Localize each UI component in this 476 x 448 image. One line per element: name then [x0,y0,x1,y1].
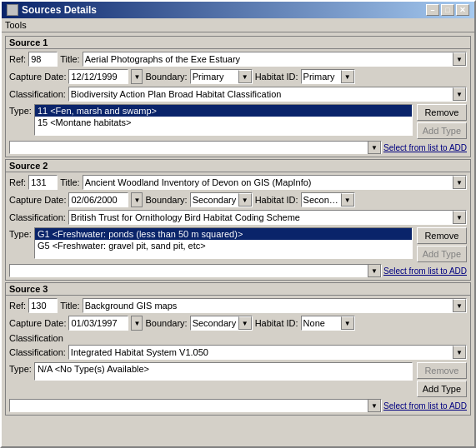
source-1-habitatid-label: Habitat ID: [255,72,298,82]
source-3-habitatid-arrow[interactable]: ▼ [341,316,354,330]
source-1-header: Source 1 [6,37,470,49]
source-1-title-dropdown[interactable]: Aerial Photographs of the Exe Estuary ▼ [83,52,467,67]
source-3-list-dropdown[interactable]: ▼ [9,399,382,412]
source-2-bottom-row: ▼ Select from list to ADD [9,264,467,277]
source-3-boundary-dropdown[interactable]: Secondary ▼ [190,316,253,331]
source-1-classification-dropdown[interactable]: Biodiversity Action Plan Broad Habitat C… [68,87,467,102]
source-1-panel: Source 1 Ref: Title: Aerial Photographs … [5,36,471,157]
source-3-boundary-arrow[interactable]: ▼ [238,316,252,330]
source-1-type-listbox[interactable]: 11 <Fen, marsh and swamp> 15 <Montane ha… [34,104,413,136]
source-2-ref-title-row: Ref: Title: Ancient Woodland Inventory o… [9,175,467,190]
source-1-date-input[interactable] [68,69,128,84]
source-2-boundary-label: Boundary: [145,195,187,205]
source-2-remove-button[interactable]: Remove [417,227,467,244]
source-1-title-arrow[interactable]: ▼ [453,52,466,66]
source-1-body: Ref: Title: Aerial Photographs of the Ex… [6,49,470,157]
source-2-classification-dropdown[interactable]: British Trust for Ornithology Bird Habit… [68,210,467,225]
minimize-button[interactable]: – [426,4,439,16]
source-1-bottom-row: ▼ Select from list to ADD [9,141,467,154]
source-2-select-link[interactable]: Select from list to ADD [383,266,467,276]
source-2-classification-label: Classification: [9,212,66,222]
source-3-title-value: Background GIS maps [83,301,453,311]
source-2-boundary-dropdown[interactable]: Secondary ▼ [190,192,253,207]
source-1-select-link[interactable]: Select from list to ADD [383,143,467,152]
source-3-title-arrow[interactable]: ▼ [453,299,466,312]
source-3-add-type-button[interactable]: Add Type [417,381,467,397]
window-icon [7,4,18,16]
source-1-ref-input[interactable] [28,52,58,67]
source-3-ref-input[interactable] [28,298,58,313]
source-2-list-arrow[interactable]: ▼ [368,264,381,277]
source-1-type-item-1[interactable]: 15 <Montane habitats> [35,117,412,128]
source-1-list-dropdown[interactable]: ▼ [9,141,382,154]
source-3-ref-title-row: Ref: Title: Background GIS maps ▼ [9,298,467,313]
main-content: Source 1 Ref: Title: Aerial Photographs … [2,32,474,446]
source-3-classification-dropdown[interactable]: Integrated Habitat System V1.050 ▼ [68,345,467,360]
source-3-title-dropdown[interactable]: Background GIS maps ▼ [83,298,467,313]
source-1-title-label: Title: [60,54,79,64]
source-2-habitatid-label: Habitat ID: [255,195,298,205]
source-2-boundary-arrow[interactable]: ▼ [238,193,252,207]
source-1-type-item-0[interactable]: 11 <Fen, marsh and swamp> [35,105,412,117]
source-1-date-arrow[interactable]: ▼ [131,69,143,84]
source-1-habitatid-arrow[interactable]: ▼ [341,70,354,83]
source-2-type-item-1[interactable]: G5 <Freshwater: gravel pit, sand pit, et… [35,240,412,251]
source-3-type-listbox[interactable]: N/A <No Type(s) Available> [34,362,413,381]
menu-bar: Tools [2,18,474,32]
source-1-classification-label: Classification: [9,89,66,99]
source-3-type-item-0[interactable]: N/A <No Type(s) Available> [35,363,412,375]
source-2-date-input[interactable] [68,192,128,207]
source-3-type-row: Type: N/A <No Type(s) Available> Remove … [9,362,467,397]
source-3-header: Source 3 [6,283,470,296]
title-controls: – □ ✕ [426,4,469,16]
source-1-boundary-label: Boundary: [145,72,187,82]
source-1-type-row: Type: 11 <Fen, marsh and swamp> 15 <Mont… [9,104,467,139]
source-3-classification-label: Classification: [9,347,66,357]
source-3-list-arrow[interactable]: ▼ [368,399,381,412]
source-2-title-arrow[interactable]: ▼ [453,176,466,189]
source-2-classification-arrow[interactable]: ▼ [453,211,466,224]
source-2-habitatid-arrow[interactable]: ▼ [341,193,354,207]
source-1-habitatid-dropdown[interactable]: Primary ▼ [301,69,355,84]
source-3-type-label: Type: [9,362,32,374]
source-2-ref-input[interactable] [28,175,58,190]
source-2-title-dropdown[interactable]: Ancient Woodland Inventory of Devon on G… [83,175,467,190]
source-1-remove-button[interactable]: Remove [417,104,467,121]
close-button[interactable]: ✕ [456,4,469,16]
source-2-title-label: Title: [60,177,79,187]
source-3-date-label: Capture Date: [9,318,66,328]
source-1-add-type-button[interactable]: Add Type [417,122,467,139]
source-3-habitatid-value: None [302,318,341,328]
source-1-classification-arrow[interactable]: ▼ [453,87,466,101]
tools-menu[interactable]: Tools [5,20,27,30]
source-2-add-type-button[interactable]: Add Type [417,246,467,262]
source-3-date-arrow[interactable]: ▼ [131,316,143,331]
source-2-panel: Source 2 Ref: Title: Ancient Woodland In… [5,159,471,281]
source-3-date-input[interactable] [68,316,128,331]
source-3-classification-section: Classification [9,333,467,343]
source-2-type-item-0[interactable]: G1 <Freshwater: ponds (less than 50 m sq… [35,228,412,240]
source-3-classification-arrow[interactable]: ▼ [453,346,466,359]
source-3-panel: Source 3 Ref: Title: Background GIS maps… [5,282,471,416]
source-1-classification-row: Classification: Biodiversity Action Plan… [9,87,467,102]
source-1-classification-value: Biodiversity Action Plan Broad Habitat C… [69,89,453,99]
source-2-list-dropdown[interactable]: ▼ [9,264,382,277]
source-2-habitatid-dropdown[interactable]: Secondary ▼ [301,192,355,207]
source-1-boundary-dropdown[interactable]: Primary ▼ [190,69,253,84]
source-1-date-label: Capture Date: [9,72,66,82]
source-2-classification-row: Classification: British Trust for Ornith… [9,210,467,225]
source-1-habitatid-value: Primary [302,72,341,82]
source-2-type-label: Type: [9,227,32,239]
source-1-type-label: Type: [9,104,32,116]
source-3-habitatid-dropdown[interactable]: None ▼ [301,316,355,331]
source-2-boundary-value: Secondary [191,195,238,205]
source-3-classification-value: Integrated Habitat System V1.050 [69,347,453,357]
maximize-button[interactable]: □ [441,4,454,16]
source-1-boundary-arrow[interactable]: ▼ [238,70,252,83]
source-1-list-arrow[interactable]: ▼ [368,141,381,154]
source-1-boundary-value: Primary [191,72,238,82]
source-3-select-link[interactable]: Select from list to ADD [383,401,467,411]
source-3-remove-button[interactable]: Remove [417,362,467,379]
source-2-date-arrow[interactable]: ▼ [131,192,143,207]
source-2-type-listbox[interactable]: G1 <Freshwater: ponds (less than 50 m sq… [34,227,413,259]
